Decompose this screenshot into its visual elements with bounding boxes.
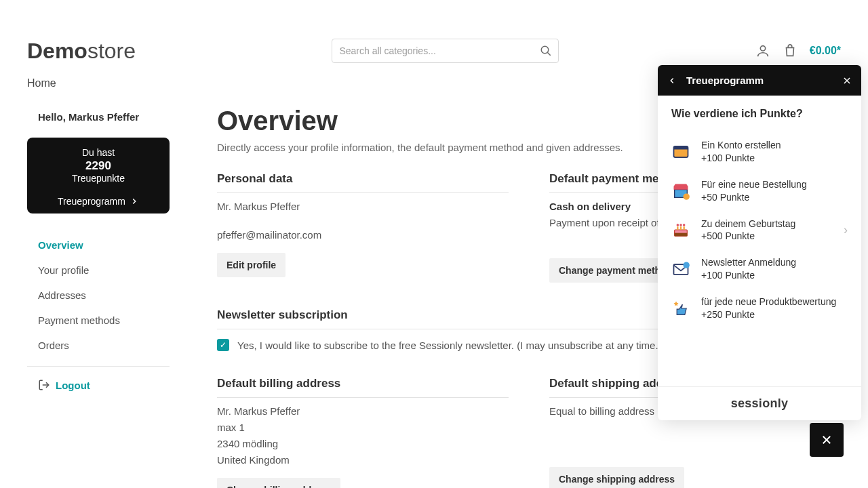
svg-line-1: [548, 52, 551, 56]
svg-point-8: [684, 193, 690, 199]
panel-footer-brand: sessionly: [658, 386, 861, 420]
store-icon: [671, 182, 690, 201]
panel-close-icon[interactable]: [842, 76, 852, 85]
loyalty-line2: Treuepunkte: [37, 173, 160, 184]
svg-rect-7: [674, 146, 688, 150]
search-wrap: [332, 39, 559, 63]
close-icon: [821, 434, 833, 446]
search-input[interactable]: [332, 39, 559, 63]
svg-rect-10: [675, 233, 688, 237]
panel-item-account[interactable]: Ein Konto erstellen+100 Punkte: [671, 132, 848, 171]
change-shipping-button[interactable]: Change shipping address: [549, 467, 684, 488]
account-create-icon: [671, 142, 690, 161]
billing-l2: 2340 mödling: [217, 436, 509, 452]
divider: [27, 366, 170, 367]
billing-l3: United Kingdom: [217, 452, 509, 468]
nav-orders[interactable]: Orders: [27, 333, 170, 358]
svg-point-11: [677, 224, 679, 227]
nav-addresses[interactable]: Addresses: [27, 283, 170, 308]
svg-point-2: [760, 46, 765, 51]
search-icon[interactable]: [540, 45, 552, 57]
birthday-cake-icon: [671, 220, 690, 239]
panel-item-newsletter[interactable]: Newsletter Anmeldung+100 Punkte: [671, 249, 848, 289]
greeting: Hello, Markus Pfeffer: [27, 111, 170, 123]
cart-icon[interactable]: [783, 43, 797, 58]
chevron-right-icon: ›: [844, 223, 848, 237]
chevron-right-icon: [130, 197, 139, 206]
newsletter-label: Yes, I would like to subscribe to the fr…: [237, 340, 662, 351]
logout-icon: [38, 379, 50, 391]
loyalty-points: 2290: [37, 159, 160, 173]
account-icon[interactable]: [755, 43, 770, 58]
billing-l1: max 1: [217, 420, 509, 436]
logo[interactable]: Demostore: [27, 39, 136, 64]
panel-question: Wie verdiene ich Punkte?: [671, 108, 848, 120]
loyalty-line1: Du hast: [37, 147, 160, 158]
panel-item-order[interactable]: Für eine neue Bestellung+50 Punkte: [671, 171, 848, 211]
loyalty-box: Du hast 2290 Treuepunkte Treueprogramm: [27, 138, 170, 214]
nav-profile[interactable]: Your profile: [27, 258, 170, 283]
svg-point-0: [542, 46, 549, 54]
personal-email: pfeffer@mailinator.com: [217, 227, 509, 243]
cart-total[interactable]: €0.00*: [810, 45, 841, 57]
panel-title: Treueprogramm: [686, 75, 764, 86]
thumbs-up-stars-icon: [671, 299, 690, 318]
nav-payment[interactable]: Payment methods: [27, 308, 170, 333]
panel-back-icon[interactable]: [667, 76, 677, 85]
svg-point-12: [679, 224, 682, 227]
edit-profile-button[interactable]: Edit profile: [217, 253, 285, 277]
change-billing-button[interactable]: Change billing address: [217, 478, 340, 488]
loyalty-panel: Treueprogramm Wie verdiene ich Punkte? E…: [658, 65, 861, 420]
billing-name: Mr. Markus Pfeffer: [217, 403, 509, 420]
widget-close-button[interactable]: [810, 423, 844, 457]
envelope-icon: [671, 260, 690, 279]
loyalty-program-link[interactable]: Treueprogramm: [37, 190, 160, 207]
personal-data-title: Personal data: [217, 172, 509, 193]
panel-item-review[interactable]: für jede neue Produktbewertung+250 Punkt…: [671, 289, 848, 328]
svg-point-15: [684, 262, 690, 268]
logout-button[interactable]: Logout: [27, 375, 170, 395]
svg-point-13: [683, 224, 686, 227]
newsletter-checkbox[interactable]: ✓: [217, 339, 229, 351]
nav-overview[interactable]: Overview: [27, 232, 170, 258]
account-nav: Overview Your profile Addresses Payment …: [27, 226, 170, 358]
panel-item-birthday[interactable]: Zu deinem Geburtstag+500 Punkte ›: [671, 211, 848, 250]
personal-name: Mr. Markus Pfeffer: [217, 199, 509, 215]
billing-title: Default billing address: [217, 377, 509, 398]
